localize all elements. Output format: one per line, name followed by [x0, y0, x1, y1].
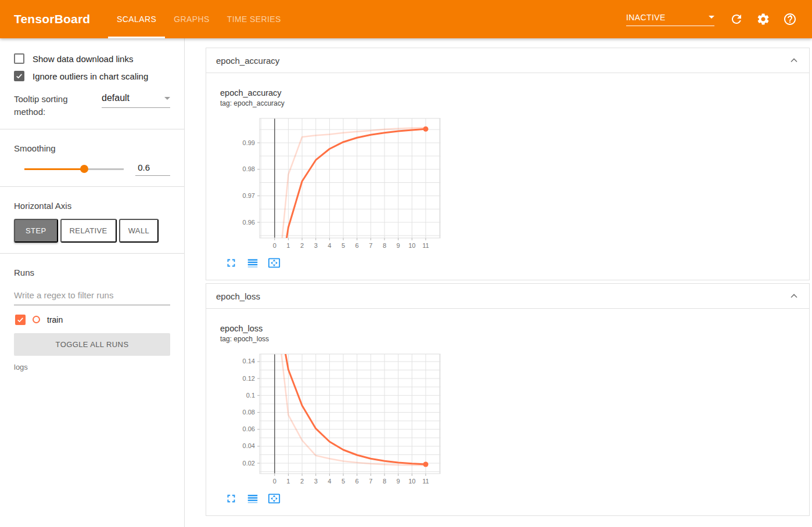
log-scale-button[interactable] [246, 492, 259, 505]
svg-text:0.04: 0.04 [243, 442, 255, 449]
axis-relative-button[interactable]: RELATIVE [60, 219, 117, 243]
tab-time-series[interactable]: TIME SERIES [218, 0, 290, 38]
refresh-button[interactable] [730, 12, 743, 26]
toggle-all-runs-button[interactable]: TOGGLE ALL RUNS [14, 333, 170, 356]
chart-title: epoch_loss [220, 324, 809, 333]
expand-chart-button[interactable] [225, 492, 238, 505]
svg-text:8: 8 [383, 242, 386, 249]
collapse-card-button[interactable] [787, 53, 801, 67]
reload-status-dropdown[interactable]: INACTIVE [626, 13, 714, 26]
horizontal-axis-label: Horizontal Axis [14, 201, 170, 211]
runs-filter-input[interactable] [14, 287, 170, 305]
svg-text:10: 10 [408, 242, 415, 249]
run-name: train [47, 315, 63, 324]
run-checkbox-checked-icon[interactable] [15, 315, 26, 325]
fullscreen-icon [225, 257, 238, 269]
checkbox-label: Ignore outliers in chart scaling [33, 71, 148, 81]
smoothing-label: Smoothing [14, 143, 170, 153]
line-chart-epoch-accuracy[interactable]: 0.960.970.980.9901234567891011 [220, 111, 442, 252]
ignore-outliers-checkbox[interactable]: Ignore outliers in chart scaling [14, 71, 170, 81]
svg-text:0.02: 0.02 [243, 460, 255, 467]
svg-text:1: 1 [286, 478, 290, 485]
svg-text:2: 2 [300, 478, 304, 485]
help-button[interactable] [783, 12, 797, 26]
chevron-up-icon [787, 53, 801, 67]
tooltip-sorting-label: Tooltip sorting method: [14, 93, 89, 118]
chevron-up-icon [787, 289, 801, 303]
run-item-train[interactable]: train [15, 315, 170, 325]
settings-button[interactable] [756, 12, 770, 26]
axis-step-button[interactable]: STEP [14, 219, 58, 243]
gear-icon [756, 12, 770, 26]
svg-text:5: 5 [342, 242, 345, 249]
smoothing-value-input[interactable]: 0.6 [135, 163, 170, 176]
slider-thumb[interactable] [80, 165, 88, 173]
svg-text:8: 8 [383, 478, 386, 485]
runs-label: Runs [14, 268, 170, 277]
card-header[interactable]: epoch_accuracy [206, 48, 809, 73]
svg-text:3: 3 [314, 242, 318, 249]
general-settings-section: Show data download links Ignore outliers… [0, 38, 184, 129]
svg-text:9: 9 [397, 242, 400, 249]
svg-text:0.99: 0.99 [243, 139, 255, 146]
app-header: TensorBoard SCALARS GRAPHS TIME SERIES I… [0, 0, 812, 38]
fit-domain-button[interactable] [268, 492, 281, 505]
logdir-label: logs [14, 363, 170, 371]
help-icon [783, 12, 797, 26]
expand-chart-button[interactable] [225, 257, 238, 269]
horizontal-axis-section: Horizontal Axis STEP RELATIVE WALL [0, 187, 184, 254]
checkbox-label: Show data download links [33, 54, 133, 64]
chevron-down-icon [164, 97, 170, 100]
tooltip-sorting-value: default [102, 93, 164, 103]
show-download-links-checkbox[interactable]: Show data download links [14, 53, 170, 64]
svg-text:0.1: 0.1 [246, 392, 255, 399]
fullscreen-icon [225, 492, 238, 505]
svg-text:1: 1 [286, 242, 290, 249]
overscan-icon [268, 257, 281, 269]
svg-text:11: 11 [422, 242, 429, 249]
runs-section: Runs train TOGGLE ALL RUNS logs [0, 254, 184, 382]
svg-text:0.08: 0.08 [243, 409, 255, 416]
svg-text:2: 2 [300, 242, 304, 249]
checkbox-unchecked-icon [14, 53, 24, 64]
log-scale-button[interactable] [246, 257, 259, 269]
smoothing-slider[interactable] [24, 165, 124, 173]
svg-text:4: 4 [328, 242, 331, 249]
collapse-card-button[interactable] [787, 289, 801, 303]
tab-scalars[interactable]: SCALARS [108, 0, 165, 38]
checkbox-checked-icon [14, 71, 24, 81]
svg-text:5: 5 [342, 478, 345, 485]
chevron-down-icon [709, 16, 714, 19]
smoothing-section: Smoothing 0.6 [0, 129, 184, 187]
dashboard-main: epoch_accuracy epoch_accuracy tag: epoch… [185, 38, 812, 527]
status-label: INACTIVE [626, 13, 709, 22]
svg-text:7: 7 [369, 478, 372, 485]
settings-sidebar: Show data download links Ignore outliers… [0, 38, 185, 527]
line-chart-epoch-loss[interactable]: 0.020.040.060.080.10.120.140123456789101… [220, 347, 442, 488]
svg-text:0.12: 0.12 [243, 375, 255, 382]
axis-wall-button[interactable]: WALL [119, 219, 159, 243]
header-actions: INACTIVE [626, 0, 812, 38]
svg-text:4: 4 [328, 478, 331, 485]
chart-block: epoch_accuracy tag: epoch_accuracy 0.960… [220, 88, 809, 269]
card-title: epoch_accuracy [216, 56, 787, 66]
svg-text:7: 7 [369, 242, 372, 249]
tensorboard-app: TensorBoard SCALARS GRAPHS TIME SERIES I… [0, 0, 812, 527]
svg-text:0: 0 [273, 478, 276, 485]
tooltip-sorting-select[interactable]: default [102, 93, 170, 108]
svg-text:0.97: 0.97 [243, 192, 255, 199]
svg-text:6: 6 [355, 478, 359, 485]
fit-domain-button[interactable] [268, 257, 281, 269]
svg-text:10: 10 [408, 478, 415, 485]
lines-icon [246, 257, 259, 269]
svg-text:0.14: 0.14 [243, 358, 255, 364]
chart-tag: tag: epoch_accuracy [220, 99, 809, 107]
card-header[interactable]: epoch_loss [206, 284, 809, 309]
tab-graphs[interactable]: GRAPHS [165, 0, 218, 38]
svg-text:11: 11 [422, 478, 429, 485]
run-color-swatch-icon [33, 316, 40, 323]
svg-text:0.98: 0.98 [243, 165, 255, 172]
lines-icon [246, 492, 259, 505]
svg-text:3: 3 [314, 478, 318, 485]
svg-text:0: 0 [273, 242, 276, 249]
